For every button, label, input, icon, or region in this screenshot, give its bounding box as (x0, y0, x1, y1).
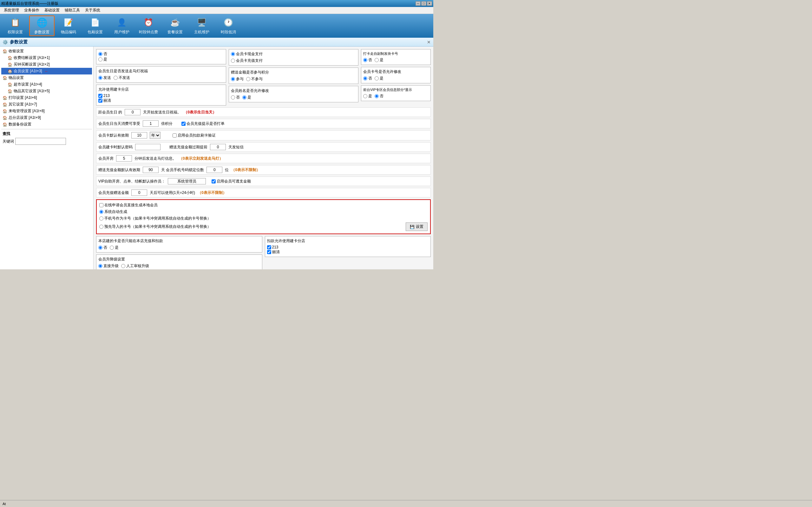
transparent-balance-label[interactable]: 启用会员可透支金额 (212, 179, 251, 184)
birthday-days-input[interactable] (125, 109, 141, 115)
name-yes-label[interactable]: 是 (242, 95, 251, 100)
tree-item-maizhong[interactable]: 🏠 买钟买断设置 [A1t+2] (1, 61, 92, 68)
menu-system[interactable]: 系统管理 (1, 7, 21, 14)
gift-usable-input[interactable] (131, 189, 147, 196)
name-no-radio[interactable] (231, 95, 235, 100)
card-local-yes-label[interactable]: 是 (110, 245, 119, 250)
card-recharge-radio[interactable] (231, 59, 235, 63)
branch-213-checkbox[interactable] (98, 94, 102, 98)
radio-no-label[interactable]: 否 (98, 51, 107, 57)
deduct-213-checkbox[interactable] (267, 245, 271, 249)
tree-root-dayin[interactable]: 🏠 打印设置 [A1t+6] (1, 95, 92, 101)
maximize-button[interactable]: □ (421, 1, 426, 6)
toolbar-zhuji[interactable]: 🖥️ 主机维护 (189, 15, 214, 36)
close-button[interactable]: ✕ (427, 1, 432, 6)
deduct-213-label[interactable]: 213 (267, 245, 429, 249)
tree-root-wupin[interactable]: 🏠 物品设置 (1, 74, 92, 81)
toolbar-canshu[interactable]: 🌐 参数设置 (29, 15, 55, 36)
deduct-liqing-label[interactable]: 丽清 (267, 249, 429, 255)
branch-liqing-checkbox[interactable] (98, 99, 102, 103)
card-cash-radio[interactable] (231, 52, 235, 56)
card-recharge-label[interactable]: 会员卡充值支付 (231, 58, 357, 63)
branch-liqing-label[interactable]: 丽清 (98, 98, 224, 103)
gift-expire-input[interactable] (143, 167, 159, 173)
card-expiry-input[interactable] (131, 132, 147, 138)
tree-root-qita[interactable]: 🏠 其它设置 [A1t+7] (1, 101, 92, 108)
auto-generate-radio[interactable] (99, 210, 103, 214)
panel-close-button[interactable]: ✕ (427, 40, 431, 45)
online-member-label[interactable]: 在线申请会员直接生成本地会员 (99, 203, 427, 208)
open-room-input[interactable] (116, 155, 132, 162)
direct-upgrade-label[interactable]: 直接升级 (98, 263, 119, 269)
cardnum-no-radio[interactable] (363, 76, 367, 80)
tree-item-wupin-other[interactable]: 🏠 物品其它设置 [A1t+5] (1, 88, 92, 95)
tree-root-backup[interactable]: 🏠 数据备份设置 (1, 121, 92, 128)
charge-reminder-label[interactable]: 会员充值提示是否打单 (182, 121, 224, 126)
menu-basic[interactable]: 基础设置 (42, 7, 62, 14)
card-cash-label[interactable]: 会员卡现金支付 (231, 51, 357, 57)
tree-item-huiyuan[interactable]: 🏠 会员设置 [A1t+3] ← (1, 68, 92, 74)
gift-participate-radio[interactable] (231, 77, 235, 81)
card-local-yes-radio[interactable] (110, 245, 114, 250)
birthday-nosend-label[interactable]: 不发送 (113, 75, 130, 80)
vip-no-radio[interactable] (374, 94, 379, 98)
cardnum-yes-label[interactable]: 是 (374, 76, 384, 81)
transparent-balance-checkbox[interactable] (212, 179, 216, 183)
vip-yes-label[interactable]: 是 (363, 94, 372, 99)
tree-item-chaoshi[interactable]: 🏠 超市设置 [A1t+4] (1, 81, 92, 88)
gift-noparticipate-radio[interactable] (246, 77, 250, 81)
minimize-button[interactable]: ─ (415, 1, 420, 6)
settings-button[interactable]: 💾 设置 (406, 222, 427, 231)
menu-business[interactable]: 业务操作 (21, 7, 42, 14)
search-input[interactable] (15, 138, 66, 145)
birthday-send-label[interactable]: 发送 (98, 75, 111, 80)
gift-participate-label[interactable]: 参与 (231, 76, 244, 82)
cardnum-yes-radio[interactable] (374, 76, 379, 80)
card-expiry-unit-select[interactable]: 年 月 (150, 132, 160, 139)
preimport-card-radio[interactable] (99, 225, 103, 229)
card-verify-label[interactable]: 启用会员扣款刷卡验证 (172, 133, 216, 138)
default-password-input[interactable] (135, 144, 160, 150)
selfmake-yes-radio[interactable] (374, 58, 379, 62)
auto-generate-label[interactable]: 系统自动生成 (99, 209, 427, 215)
deduct-liqing-checkbox[interactable] (267, 250, 271, 254)
toolbar-shiduan[interactable]: ⏰ 时段钟点费 (136, 15, 161, 36)
vip-yes-radio[interactable] (363, 94, 367, 98)
radio-yes-label[interactable]: 是 (98, 57, 107, 62)
selfmake-yes-label[interactable]: 是 (374, 57, 384, 63)
phone-card-radio[interactable] (99, 216, 103, 221)
tree-item-jiezhang[interactable]: 🏠 收费结帐设置 [A1t+1] (1, 55, 92, 61)
consume-multiple-input[interactable] (143, 120, 159, 127)
phone-lock-input[interactable] (206, 167, 222, 173)
gift-noparticipate-label[interactable]: 不参与 (246, 76, 263, 82)
menu-tools[interactable]: 辅助工具 (62, 7, 83, 14)
birthday-nosend-radio[interactable] (113, 76, 118, 80)
toolbar-dixiao[interactable]: 🕐 时段低消 (216, 15, 241, 36)
cardnum-no-label[interactable]: 否 (363, 76, 372, 81)
card-local-no-radio[interactable] (98, 245, 102, 250)
toolbar-yonghu[interactable]: 👤 用户维护 (109, 15, 135, 36)
charge-reminder-checkbox[interactable] (182, 122, 186, 126)
direct-upgrade-radio[interactable] (98, 264, 102, 268)
selfmake-no-label[interactable]: 否 (363, 57, 372, 63)
toolbar-quanxian[interactable]: 📋 权限设置 (3, 15, 28, 36)
birthday-send-radio[interactable] (98, 76, 102, 80)
phone-card-label[interactable]: 手机号作为卡号（如果卡号冲突调用系统自动生成的卡号替换） (99, 216, 211, 221)
card-verify-checkbox[interactable] (172, 133, 177, 137)
radio-yes-input[interactable] (98, 57, 102, 61)
vip-no-label[interactable]: 否 (374, 94, 384, 99)
name-yes-radio[interactable] (242, 95, 247, 100)
vip-operator-input[interactable] (168, 178, 206, 184)
manual-upgrade-radio[interactable] (121, 264, 125, 268)
tree-root-shouyin[interactable]: 🏠 收银设置 (1, 48, 92, 55)
toolbar-taocai[interactable]: ☕ 套餐设置 (162, 15, 188, 36)
selfmake-no-radio[interactable] (363, 58, 367, 62)
branch-213-label[interactable]: 213 (98, 94, 224, 98)
toolbar-baofang[interactable]: 📄 包厢设置 (83, 15, 108, 36)
card-local-no-label[interactable]: 否 (98, 245, 107, 250)
gift-expiry-input[interactable] (210, 144, 226, 150)
tree-root-laidian[interactable]: 🏠 来电管理设置 [A1t+8] (1, 108, 92, 114)
preimport-card-label[interactable]: 预先导入的卡号（如果卡号冲突调用系统自动生成的卡号替换） (99, 224, 211, 229)
menu-about[interactable]: 关于系统 (83, 7, 103, 14)
tree-root-zongfen[interactable]: 🏠 总分店设置 [A1t+9] (1, 114, 92, 121)
